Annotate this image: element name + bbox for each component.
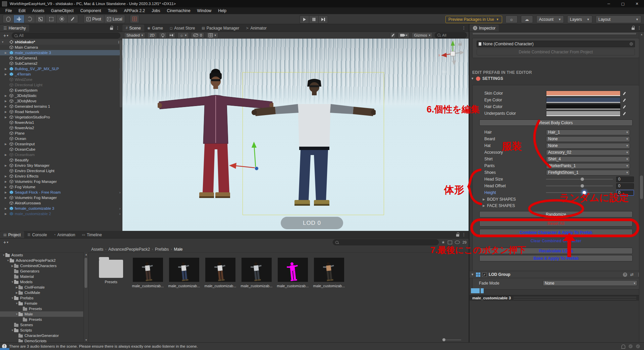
tab-asset-store[interactable]: ◻Asset Store — [166, 24, 198, 32]
hierarchy-item[interactable]: Beautify — [0, 157, 122, 163]
kebab-menu-icon[interactable]: ⋮ — [116, 26, 120, 30]
editor-services-button[interactable]: ☼ — [505, 15, 518, 23]
hierarchy-item[interactable]: ▶Volumetric Fog Manager — [0, 195, 122, 200]
randomize-button[interactable]: Randomize — [479, 211, 633, 217]
menu-edit[interactable]: Edit — [15, 7, 29, 14]
hierarchy-item[interactable]: ▶_3DobjStatic — [0, 93, 122, 98]
foldout-body-shapes[interactable]: ▶BODY SHAPES — [473, 196, 639, 202]
hierarchy-item[interactable]: SubCamera1 — [0, 55, 122, 61]
cache-status-icon[interactable]: ✓ — [636, 344, 640, 348]
inspector-tab[interactable]: i Inspector — [470, 24, 499, 32]
delete-combined-button[interactable]: Delete Combined Character From Project — [477, 49, 635, 55]
hierarchy-item[interactable]: Ocean — [0, 136, 122, 141]
breadcrumb-prefabs[interactable]: Prefabs — [155, 247, 169, 252]
collab-status-icon[interactable]: ✓ — [629, 344, 633, 348]
menu-appack-2-2[interactable]: APPack 2.2 — [120, 7, 148, 14]
project-tree-item[interactable]: ▶ CivilMale — [0, 290, 83, 295]
audio-toggle[interactable] — [169, 32, 175, 38]
hierarchy-item[interactable]: ▶male_customizable 3› — [0, 50, 122, 55]
hair-dropdown[interactable]: Hair_1▾ — [546, 130, 630, 135]
hierarchy-item[interactable]: ▶male_customizable 2› — [0, 211, 122, 216]
axis-gizmo[interactable]: y x — [438, 39, 468, 69]
cloud-button[interactable]: ☁ — [521, 15, 533, 23]
breadcrumb-male[interactable]: Male — [174, 247, 182, 252]
skin-color-swatch[interactable] — [546, 91, 621, 96]
maximize-button[interactable]: ▢ — [616, 0, 630, 7]
gizmos-dropdown[interactable]: Gizmos▾ — [412, 32, 433, 38]
favorite-icon[interactable]: ★ — [441, 240, 445, 245]
hierarchy-scrollbar[interactable] — [120, 40, 122, 107]
project-tree-item[interactable]: ▼ Assets — [0, 252, 83, 258]
thumbnail-zoom-slider[interactable] — [442, 340, 461, 340]
menu-file[interactable]: File — [2, 7, 15, 14]
presets-icon[interactable]: ⇄ — [630, 272, 634, 277]
hierarchy-item[interactable]: OceanCube — [0, 147, 122, 152]
project-lock-icon[interactable] — [456, 234, 459, 237]
project-tree-item[interactable]: Presets — [0, 306, 83, 311]
shading-dropdown[interactable]: Shaded▾ — [124, 32, 145, 38]
hierarchy-item[interactable]: Directional Light — [0, 82, 122, 88]
hierarchy-item[interactable]: ▶Volumetric Fog Manager — [0, 179, 122, 184]
hierarchy-item[interactable]: ▶Seagull Flock - Free Roam› — [0, 190, 122, 195]
notification-bell-icon[interactable] — [622, 345, 625, 348]
menu-gameobject[interactable]: GameObject — [48, 7, 77, 14]
beard-dropdown[interactable]: None▾ — [546, 136, 630, 142]
shoes-dropdown[interactable]: FirefightShoes_1▾ — [546, 170, 630, 176]
project-add-button[interactable]: +▾ — [2, 240, 10, 245]
hierarchy-item[interactable]: ▶Bulldog_SV_JP_MX_SLP› — [0, 66, 122, 71]
content-prefab-item[interactable]: male_customizab... — [131, 255, 165, 288]
hierarchy-item[interactable]: ▶Fog Volume — [0, 184, 122, 190]
project-tree-item[interactable]: Scenes — [0, 322, 83, 328]
menu-jobs[interactable]: Jobs — [148, 7, 163, 14]
project-tree-item[interactable]: ▼ Male — [0, 311, 83, 317]
eye-color-swatch[interactable] — [546, 97, 621, 103]
hierarchy-item[interactable]: ▶female_customizable 3› — [0, 206, 122, 211]
account-dropdown[interactable]: Account▼ — [536, 15, 564, 23]
hierarchy-item[interactable]: Plane — [0, 131, 122, 136]
hierarchy-item[interactable]: ▶VegetationStudioPro — [0, 114, 122, 120]
eyedropper-icon[interactable] — [621, 111, 628, 116]
content-folder-presets[interactable]: Presets — [94, 255, 128, 284]
hierarchy-item[interactable]: flowerAria2 — [0, 125, 122, 131]
hierarchy-item[interactable]: ▶Road Network — [0, 109, 122, 114]
inspector-scrollbar[interactable]: ▲ — [639, 32, 644, 342]
hierarchy-item[interactable]: WindZone — [0, 77, 122, 82]
content-prefab-item[interactable]: male_customizab... — [240, 255, 273, 288]
hierarchy-item[interactable]: EventSystem — [0, 88, 122, 93]
lod-group-header[interactable]: ▼ ✓ LOD Group ? ⇄ ⋮ — [470, 271, 644, 278]
menu-window[interactable]: Window — [194, 7, 215, 14]
effects-dropdown[interactable]: ☼▾ — [177, 32, 189, 38]
custom-tool-button[interactable] — [67, 15, 78, 23]
hat-dropdown[interactable]: None▾ — [546, 143, 630, 149]
move-tool-button[interactable] — [13, 15, 24, 23]
hierarchy-item[interactable]: Main Camera — [0, 45, 122, 50]
lod-foldout-icon[interactable]: ▼ — [471, 273, 474, 276]
transform-tool-button[interactable] — [56, 15, 67, 23]
settings-foldout-icon[interactable]: ▼ — [471, 77, 474, 80]
drag-grip[interactable] — [514, 297, 636, 299]
content-prefab-item[interactable]: male_customizab... — [312, 255, 346, 288]
rotate-tool-button[interactable] — [24, 15, 35, 23]
lock-icon[interactable] — [110, 28, 113, 30]
project-tree-item[interactable]: ▼ Female — [0, 301, 83, 306]
project-tree-scrollbar[interactable]: ▲▼ — [84, 252, 89, 342]
add-object-button[interactable]: +▾ — [2, 33, 10, 38]
hierarchy-item[interactable]: ▶OceanInput — [0, 141, 122, 147]
bake-apply-button[interactable]: Bake & Apply To Prefab — [479, 255, 633, 261]
hierarchy-item[interactable]: ▶_3DobjMove — [0, 98, 122, 104]
package-icon[interactable] — [448, 241, 452, 244]
pivot-toggle[interactable]: Pivot — [84, 15, 104, 23]
height-value[interactable]: 0 — [616, 190, 634, 196]
status-bar[interactable]: ! There are 3 audio listeners in the sce… — [0, 342, 644, 350]
tool-settings-button[interactable] — [390, 32, 396, 38]
project-tree-item[interactable]: ▶ CombinedCharacters — [0, 263, 83, 268]
content-prefab-item[interactable]: male_customizab... — [276, 255, 310, 288]
project-tree-item[interactable]: Presets — [0, 317, 83, 322]
project-tree-item[interactable]: Material — [0, 274, 83, 279]
hierarchy-item[interactable]: ▶Generated terrains 1 — [0, 104, 122, 109]
hand-tool-button[interactable] — [3, 15, 13, 23]
reset-body-colors-button[interactable]: Reset Body Colors — [479, 119, 633, 126]
pause-button[interactable] — [309, 15, 318, 23]
preview-packages-dropdown[interactable]: Preview Packages in Use ▼ — [445, 16, 502, 23]
content-prefab-item[interactable]: male_customizab... — [204, 255, 237, 288]
